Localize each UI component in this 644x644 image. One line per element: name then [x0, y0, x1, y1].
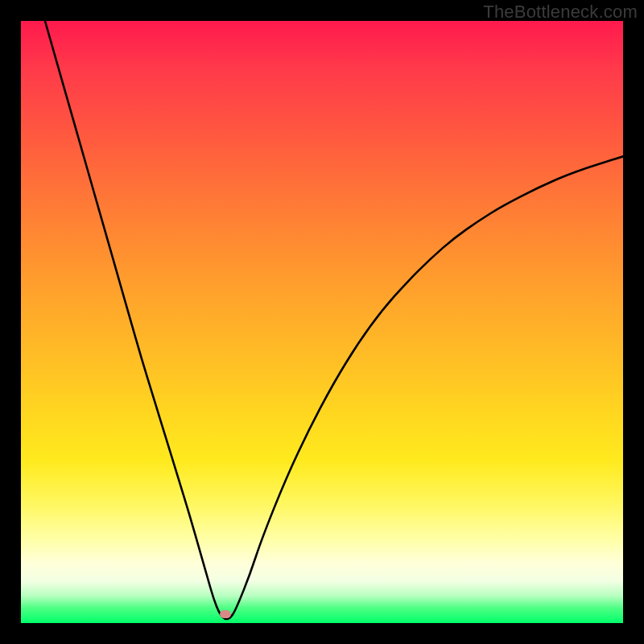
plot-area	[21, 21, 623, 623]
bottleneck-curve	[21, 21, 623, 623]
optimum-marker	[220, 610, 231, 618]
watermark-text: TheBottleneck.com	[483, 2, 638, 23]
chart-frame: TheBottleneck.com	[0, 0, 644, 644]
